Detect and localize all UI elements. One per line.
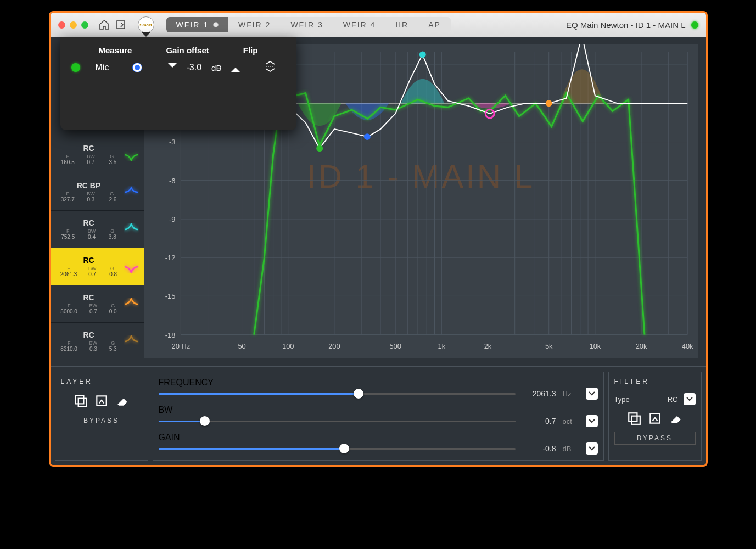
- filter-type-dropdown[interactable]: [684, 393, 696, 405]
- filter-panel: FILTER Type RC BYPASS: [608, 372, 702, 461]
- tab-wfir-2[interactable]: WFIR 2: [228, 17, 281, 32]
- filter-item-1[interactable]: RC BP F327.7 BW0.3 G-2.6: [51, 173, 144, 210]
- expand-icon[interactable]: [115, 19, 127, 31]
- svg-text:-18: -18: [165, 331, 175, 339]
- svg-rect-60: [78, 399, 86, 407]
- frequency-slider[interactable]: [159, 393, 516, 395]
- erase-icon[interactable]: [114, 393, 131, 408]
- eq-node[interactable]: [316, 145, 323, 152]
- flip-icon[interactable]: [264, 60, 276, 75]
- tab-iir[interactable]: IIR: [385, 17, 418, 32]
- eq-node[interactable]: [419, 51, 425, 58]
- svg-text:20 Hz: 20 Hz: [171, 342, 190, 350]
- gain-offset-value: -3.0: [187, 63, 202, 72]
- flip-heading: Flip: [243, 46, 258, 55]
- filter-bypass-button[interactable]: BYPASS: [614, 432, 696, 445]
- eq-node[interactable]: [545, 100, 552, 107]
- svg-text:50: 50: [238, 342, 245, 350]
- gain-offset-heading: Gain offset: [166, 46, 209, 55]
- copy-icon[interactable]: [72, 393, 89, 408]
- filter-name: RC: [55, 293, 123, 302]
- svg-rect-59: [75, 395, 83, 404]
- smart-api-badge[interactable]: Smart: [138, 16, 154, 33]
- measure-select-led[interactable]: [133, 63, 142, 72]
- tab-bar: WFIR 1WFIR 2WFIR 3WFIR 4IIRAP: [166, 17, 451, 32]
- layer-title: LAYER: [61, 378, 142, 385]
- svg-rect-63: [631, 416, 640, 424]
- svg-text:200: 200: [328, 342, 340, 350]
- gain-up-icon[interactable]: [231, 63, 240, 72]
- bw-slider[interactable]: [159, 421, 516, 422]
- titlebar: Smart WFIR 1WFIR 2WFIR 3WFIR 4IIRAP EQ M…: [51, 13, 706, 37]
- window-title: EQ Main Newton - ID 1 - MAIN L: [566, 20, 698, 30]
- filter-bw: BW0.7: [89, 303, 98, 315]
- filter-item-2[interactable]: RC F752.5 BW0.4 G3.8: [51, 210, 144, 248]
- filter-bw: BW0.3: [89, 340, 98, 352]
- filter-shape-icon: [123, 333, 139, 350]
- tab-wfir-3[interactable]: WFIR 3: [281, 17, 333, 32]
- filter-type-value: RC: [668, 395, 678, 404]
- tab-wfir-1[interactable]: WFIR 1: [166, 17, 228, 32]
- zoom-icon[interactable]: [81, 21, 88, 29]
- filter-g: G-3.5: [107, 154, 116, 165]
- frequency-label: FREQUENCY: [159, 378, 598, 388]
- filter-g: G3.8: [109, 228, 116, 240]
- minimize-icon[interactable]: [70, 21, 77, 29]
- filter-shape-icon: [123, 259, 139, 275]
- filter-item-0[interactable]: RC F160.5 BW0.7 G-3.5: [51, 136, 144, 173]
- bw-dropdown[interactable]: [586, 415, 598, 427]
- filter-copy-icon[interactable]: [626, 411, 642, 426]
- svg-text:40k: 40k: [681, 342, 693, 350]
- filter-name: RC: [55, 330, 123, 339]
- filter-item-3[interactable]: RC F2061.3 BW0.7 G-0.8: [51, 248, 144, 285]
- filter-type-label: Type: [614, 395, 630, 404]
- filter-f: F327.7: [61, 191, 75, 203]
- traffic-lights: [58, 21, 88, 29]
- bw-value: 0.7: [522, 417, 556, 425]
- filter-bw: BW0.3: [87, 191, 95, 203]
- filter-f: F752.5: [61, 228, 75, 240]
- layer-bypass-button[interactable]: BYPASS: [61, 414, 142, 427]
- filter-title: FILTER: [614, 378, 696, 385]
- filter-g: G5.3: [109, 340, 117, 352]
- filter-shape-icon: [123, 221, 139, 238]
- frequency-dropdown[interactable]: [586, 388, 598, 400]
- main-content: Measure Gain offset Flip Mic -3.0 dB RC: [51, 37, 706, 366]
- measure-heading: Measure: [99, 46, 132, 55]
- paste-icon[interactable]: [93, 393, 110, 408]
- eq-node[interactable]: [363, 133, 370, 140]
- gain-slider[interactable]: [159, 448, 516, 450]
- filter-erase-icon[interactable]: [668, 411, 684, 426]
- svg-text:20k: 20k: [635, 342, 647, 350]
- filter-name: RC: [55, 256, 123, 265]
- frequency-value: 2061.3: [522, 389, 556, 398]
- filter-g: G-2.6: [107, 191, 116, 203]
- svg-text:-9: -9: [169, 215, 175, 223]
- title-label: EQ Main Newton - ID 1 - MAIN L: [566, 20, 686, 30]
- svg-text:-12: -12: [165, 254, 175, 262]
- svg-text:100: 100: [282, 342, 294, 350]
- plugin-window: Smart WFIR 1WFIR 2WFIR 3WFIR 4IIRAP EQ M…: [49, 11, 708, 467]
- filter-item-4[interactable]: RC F5000.0 BW0.7 G0.0: [51, 285, 144, 322]
- filter-paste-icon[interactable]: [647, 411, 663, 426]
- sliders-panel: FREQUENCY 2061.3 Hz BW 0.7 oct GAIN -0.8…: [153, 372, 604, 461]
- measure-source[interactable]: Mic: [96, 63, 123, 72]
- measure-enable-led[interactable]: [71, 63, 80, 72]
- filter-bw: BW0.7: [88, 266, 97, 277]
- close-icon[interactable]: [58, 21, 65, 29]
- gain-dropdown[interactable]: [586, 442, 598, 455]
- gain-value: -0.8: [522, 444, 556, 453]
- filter-f: F8210.0: [60, 340, 77, 352]
- svg-rect-62: [629, 413, 637, 421]
- filter-name: RC BP: [55, 181, 123, 190]
- tab-ap[interactable]: AP: [418, 17, 451, 32]
- home-icon[interactable]: [98, 19, 110, 31]
- filter-item-5[interactable]: RC F8210.0 BW0.3 G5.3: [51, 322, 144, 360]
- gain-label: GAIN: [159, 433, 598, 442]
- filter-f: F2061.3: [60, 266, 77, 277]
- tab-wfir-4[interactable]: WFIR 4: [333, 17, 385, 32]
- gain-down-icon[interactable]: [168, 63, 177, 72]
- filter-name: RC: [55, 144, 123, 153]
- filter-shape-icon: [123, 296, 139, 312]
- svg-text:1k: 1k: [438, 342, 445, 350]
